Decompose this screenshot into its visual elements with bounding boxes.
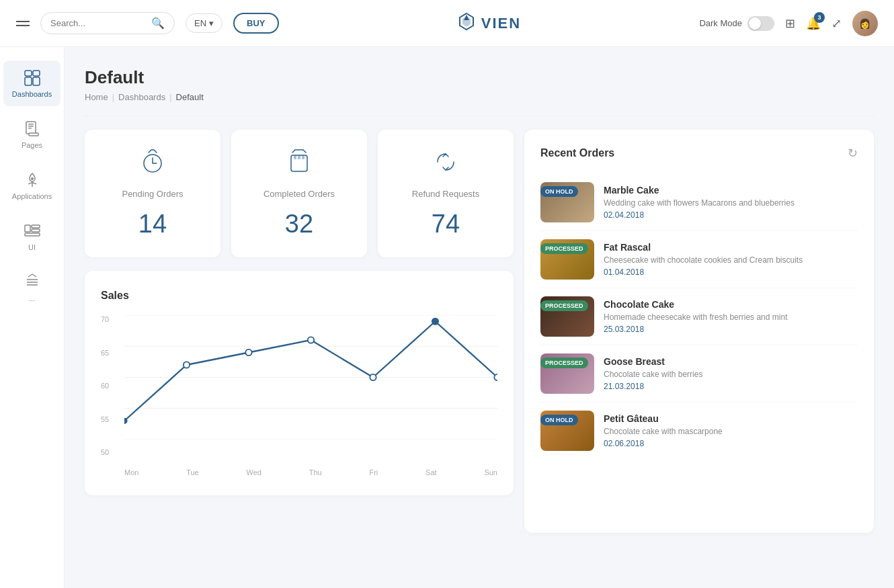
- order-image-wrap-5: ON HOLD: [540, 411, 594, 451]
- expand-icon[interactable]: ⤢: [831, 16, 842, 31]
- svg-rect-24: [298, 155, 300, 159]
- svg-point-35: [370, 374, 376, 380]
- sidebar-label-ui: UI: [28, 243, 36, 251]
- x-label-tue: Tue: [186, 468, 199, 476]
- sidebar-label-more: ...: [29, 294, 35, 302]
- search-icon: 🔍: [151, 17, 165, 30]
- orders-card: Recent Orders ↻ ON HOLD Marble Cake Wedd…: [524, 130, 874, 533]
- sidebar-item-applications[interactable]: Applications: [3, 163, 61, 208]
- dark-mode-label: Dark Mode: [699, 18, 742, 28]
- order-image-wrap-2: PROCESSED: [540, 239, 594, 280]
- stat-label-pending: Pending Orders: [122, 189, 183, 199]
- page-divider: [85, 116, 874, 116]
- order-date-2: 01.04.2018: [604, 267, 858, 277]
- svg-rect-5: [25, 77, 32, 85]
- pending-icon: [139, 149, 166, 181]
- notification-badge: 3: [814, 12, 825, 23]
- svg-point-34: [308, 337, 314, 343]
- avatar-image: 👩: [852, 11, 878, 36]
- order-date-1: 02.04.2018: [604, 210, 858, 220]
- order-item: PROCESSED Fat Rascal Cheesecake with cho…: [540, 231, 858, 288]
- breadcrumb: Home | Dashboards | Default: [85, 92, 874, 102]
- order-item: PROCESSED Chocolate Cake Homemade cheese…: [540, 288, 858, 345]
- chart-x-labels: Mon Tue Wed Thu Fri Sat Sun: [124, 468, 497, 476]
- breadcrumb-sep-2: |: [169, 92, 171, 102]
- breadcrumb-home[interactable]: Home: [85, 92, 108, 102]
- sidebar-item-ui[interactable]: UI: [3, 214, 61, 259]
- sidebar-label-dashboards: Dashboards: [12, 90, 52, 98]
- order-item: PROCESSED Goose Breast Chocolate cake wi…: [540, 345, 858, 403]
- logo-icon: [457, 12, 476, 35]
- right-column: Recent Orders ↻ ON HOLD Marble Cake Wedd…: [524, 130, 874, 533]
- y-label-50: 50: [101, 448, 109, 456]
- refund-icon: [432, 149, 459, 181]
- order-desc-2: Cheesecake with chocolate cookies and Cr…: [604, 255, 858, 265]
- ui-icon: [23, 222, 42, 241]
- breadcrumb-current: Default: [176, 92, 204, 102]
- sidebar-label-applications: Applications: [12, 192, 52, 200]
- buy-button[interactable]: BUY: [233, 13, 278, 34]
- refresh-icon[interactable]: ↻: [848, 146, 858, 161]
- order-badge-4: PROCESSED: [540, 358, 588, 368]
- svg-point-36: [432, 318, 439, 325]
- chart-title: Sales: [101, 290, 497, 302]
- logo-text: VIEN: [481, 15, 521, 32]
- sidebar-item-pages[interactable]: Pages: [3, 112, 61, 157]
- order-image-wrap-3: PROCESSED: [540, 296, 594, 337]
- order-name-1: Marble Cake: [604, 185, 858, 196]
- hamburger-menu[interactable]: [16, 21, 30, 26]
- svg-rect-25: [302, 155, 304, 159]
- svg-point-33: [245, 349, 251, 355]
- breadcrumb-section[interactable]: Dashboards: [118, 92, 165, 102]
- search-input[interactable]: [50, 18, 146, 28]
- order-info-4: Goose Breast Chocolate cake with berries…: [604, 356, 858, 391]
- breadcrumb-sep-1: |: [112, 92, 114, 102]
- svg-point-32: [184, 362, 190, 368]
- order-info-3: Chocolate Cake Homemade cheesecake with …: [604, 299, 858, 334]
- dark-mode-area: Dark Mode: [699, 16, 774, 31]
- stat-value-refund: 74: [432, 210, 460, 239]
- svg-rect-4: [33, 71, 40, 76]
- order-item: ON HOLD Marble Cake Wedding cake with fl…: [540, 174, 858, 231]
- svg-rect-10: [28, 128, 32, 129]
- svg-rect-6: [33, 77, 40, 85]
- y-label-65: 65: [101, 349, 109, 357]
- dark-mode-toggle[interactable]: [747, 16, 774, 31]
- order-info-2: Fat Rascal Cheesecake with chocolate coo…: [604, 242, 858, 277]
- y-label-70: 70: [101, 315, 109, 323]
- stat-card-completed: Completed Orders 32: [231, 130, 367, 257]
- svg-rect-14: [25, 225, 30, 232]
- sidebar-item-dashboards[interactable]: Dashboards: [3, 60, 61, 106]
- order-name-4: Goose Breast: [604, 356, 858, 367]
- x-label-sun: Sun: [484, 468, 497, 476]
- chart-area: 70 65 60 55 50: [101, 315, 497, 476]
- breadcrumb-area: Default Home | Dashboards | Default: [85, 67, 874, 102]
- svg-rect-3: [25, 71, 32, 76]
- order-desc-1: Wedding cake with flowers Macarons and b…: [604, 198, 858, 208]
- order-name-3: Chocolate Cake: [604, 299, 858, 310]
- avatar[interactable]: 👩: [852, 11, 878, 36]
- sidebar-item-more[interactable]: ...: [3, 265, 61, 310]
- y-label-60: 60: [101, 382, 109, 390]
- more-icon: [23, 273, 42, 292]
- logo: VIEN: [457, 12, 521, 35]
- stat-value-completed: 32: [285, 210, 313, 239]
- order-date-5: 02.06.2018: [604, 439, 858, 448]
- content-grid: Pending Orders 14 Completed O: [85, 130, 874, 533]
- top-nav-right: Dark Mode ⊞ 🔔 3 ⤢ 👩: [699, 11, 878, 36]
- svg-rect-9: [28, 126, 34, 127]
- order-desc-5: Chocolate cake with mascarpone: [604, 427, 858, 436]
- notification-icon[interactable]: 🔔 3: [806, 16, 821, 31]
- order-badge-5: ON HOLD: [540, 415, 578, 425]
- page-title: Default: [85, 67, 874, 88]
- applications-icon: [23, 171, 42, 190]
- order-desc-3: Homemade cheesecake with fresh berries a…: [604, 312, 858, 322]
- svg-rect-15: [32, 225, 40, 228]
- x-label-wed: Wed: [247, 468, 261, 476]
- svg-rect-17: [25, 233, 40, 236]
- svg-rect-23: [294, 155, 296, 159]
- grid-icon[interactable]: ⊞: [785, 16, 795, 31]
- svg-rect-16: [32, 229, 40, 232]
- stat-label-refund: Refund Requests: [412, 189, 479, 199]
- language-button[interactable]: EN ▾: [186, 13, 222, 33]
